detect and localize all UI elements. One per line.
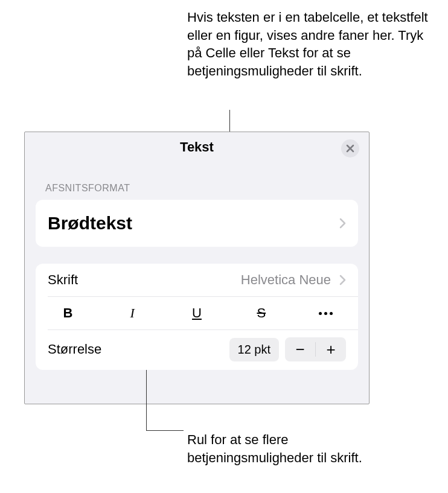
chevron-right-icon	[339, 218, 346, 229]
close-icon	[346, 144, 354, 153]
font-row[interactable]: Skrift Helvetica Neue	[36, 264, 358, 296]
chevron-right-icon	[339, 275, 346, 285]
italic-button[interactable]: I	[100, 297, 165, 329]
font-label: Skrift	[48, 272, 78, 288]
callout-line	[229, 110, 230, 132]
strikethrough-button[interactable]: S	[229, 297, 293, 329]
size-stepper: − +	[285, 337, 346, 361]
paragraph-style-row[interactable]: Brødtekst	[36, 200, 358, 247]
annotation-bottom: Rul for at se flere betjeningsmuligheder…	[187, 431, 380, 466]
text-panel: Tekst AFSNITSFORMAT Brødtekst Skrift Hel…	[24, 132, 370, 404]
panel-title: Tekst	[180, 139, 214, 155]
size-value-button[interactable]: 12 pkt	[229, 338, 279, 361]
paragraph-style-card: Brødtekst	[36, 200, 358, 247]
more-styles-button[interactable]	[293, 297, 358, 329]
annotation-top: Hvis teksten er i en tabelcelle, et teks…	[187, 8, 429, 80]
size-controls: 12 pkt − +	[229, 337, 346, 361]
font-card: Skrift Helvetica Neue B I U S Størrelse	[36, 264, 358, 370]
size-row: Størrelse 12 pkt − +	[36, 330, 358, 370]
font-value-wrap: Helvetica Neue	[241, 272, 346, 288]
underline-button[interactable]: U	[165, 297, 229, 329]
paragraph-style-name: Brødtekst	[48, 213, 132, 234]
size-decrease-button[interactable]: −	[285, 337, 315, 361]
style-row: B I U S	[36, 297, 358, 329]
callout-line	[146, 430, 184, 431]
bold-button[interactable]: B	[36, 297, 100, 329]
size-label: Størrelse	[48, 342, 101, 357]
callout-line	[146, 370, 147, 430]
font-value: Helvetica Neue	[241, 272, 331, 288]
section-label: AFSNITSFORMAT	[25, 162, 369, 200]
panel-header: Tekst	[25, 132, 369, 162]
size-increase-button[interactable]: +	[316, 337, 346, 361]
close-button[interactable]	[341, 139, 359, 157]
more-icon	[319, 312, 333, 315]
